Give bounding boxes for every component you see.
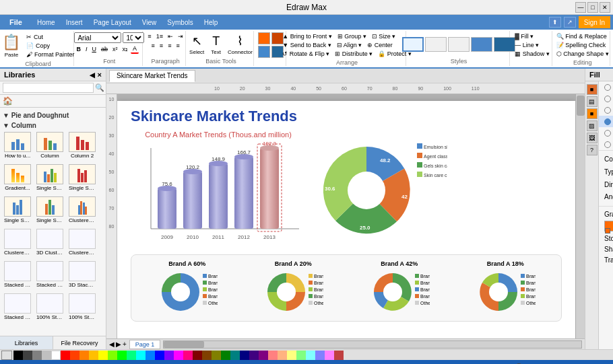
color-peach[interactable] xyxy=(278,351,287,360)
sidebar-item-clustered1[interactable]: Clustered... xyxy=(67,195,97,225)
color-black[interactable] xyxy=(13,351,23,360)
numbering-button[interactable]: 1≡ xyxy=(154,32,165,40)
color-dark-green[interactable] xyxy=(221,351,230,360)
sidebar-close-button[interactable]: × xyxy=(98,71,102,79)
fill-icon-btn-5[interactable]: 🖼 xyxy=(587,133,598,143)
fill-option-single-color[interactable]: Single color gradient fill xyxy=(599,116,613,127)
connector-button[interactable]: ⌇ Connector xyxy=(225,32,255,57)
align-right-button[interactable]: ≡ xyxy=(166,42,173,50)
shadow-button[interactable]: ▦ Shadow ▾ xyxy=(513,50,552,58)
color-light-cyan[interactable] xyxy=(306,351,315,360)
fill-button[interactable]: ▓ Fill ▾ xyxy=(513,32,536,40)
select-button[interactable]: ↖ Select xyxy=(187,32,207,57)
scrollbar-thumb-h[interactable] xyxy=(164,341,204,348)
share-button[interactable]: ⬆ xyxy=(549,17,561,28)
tab-home[interactable]: Home xyxy=(32,19,61,26)
paste-button[interactable]: 📋 Paste xyxy=(0,32,23,59)
color-light-blue[interactable] xyxy=(315,351,325,360)
fill-icon-btn-1[interactable]: ■ xyxy=(587,84,598,95)
sidebar-item-100pct1[interactable]: 100% Sta... xyxy=(35,292,65,322)
gradient-stop-start[interactable] xyxy=(605,228,610,233)
copy-button[interactable]: 📄 Copy xyxy=(24,42,76,50)
scrollbar-vertical[interactable] xyxy=(575,94,585,338)
fill-icon-btn-6[interactable]: ? xyxy=(587,145,598,155)
center-button[interactable]: ⊕ Center xyxy=(365,41,395,49)
sidebar-item-100pct2[interactable]: 100% Sta... xyxy=(67,292,97,322)
group-button[interactable]: ⊞ Group ▾ xyxy=(335,32,368,40)
style2-button[interactable] xyxy=(425,37,447,52)
distribute-button[interactable]: ⊞ Distribute ▾ xyxy=(333,50,375,58)
no-color-swatch[interactable] xyxy=(1,351,12,360)
libraries-tab[interactable]: Libraries xyxy=(0,336,53,349)
fill-option-solid[interactable]: Solid fill xyxy=(599,93,613,104)
color3-swatch[interactable] xyxy=(258,46,270,58)
color-navy[interactable] xyxy=(240,351,249,360)
minimize-button[interactable]: — xyxy=(575,2,586,13)
signin-button[interactable]: Sign In xyxy=(579,16,610,28)
format-painter-button[interactable]: 🖌 Format Painter xyxy=(24,50,76,59)
color-maroon[interactable] xyxy=(193,351,202,360)
rotate-flip-button[interactable]: ↺ Rotate & Flip ▾ xyxy=(280,50,331,58)
color-pink[interactable] xyxy=(268,351,278,360)
bring-to-front-button[interactable]: ▲ Bring to Front ▾ xyxy=(280,32,333,40)
search-icon[interactable]: 🔍 xyxy=(94,83,106,92)
color-light-green[interactable] xyxy=(296,351,306,360)
color-amber[interactable] xyxy=(89,351,98,360)
spelling-check-button[interactable]: 📝 Spelling Check xyxy=(554,41,608,49)
fill-icon-btn-3[interactable]: ■ xyxy=(587,108,598,119)
maximize-button[interactable]: □ xyxy=(587,2,598,13)
sidebar-item-stacked1[interactable]: Stacked C... xyxy=(3,260,32,289)
bullets-button[interactable]: ≡ xyxy=(146,32,153,40)
doc-tab-skincare[interactable]: Skincare Market Trends xyxy=(109,70,195,82)
font-color-button[interactable]: A xyxy=(131,44,139,54)
line-button[interactable]: — Line ▾ xyxy=(513,41,541,49)
color-light-yellow[interactable] xyxy=(287,351,296,360)
sidebar-item-single3[interactable]: Single Ser... xyxy=(3,195,32,225)
close-button[interactable]: ✕ xyxy=(600,2,610,13)
fill-option-picture[interactable]: Picture or texture fill xyxy=(599,139,613,150)
style3-button[interactable] xyxy=(448,37,470,52)
scroll-left-button[interactable]: ◀ xyxy=(109,340,115,348)
color-red-orange[interactable] xyxy=(70,351,79,360)
color-blue[interactable] xyxy=(146,351,155,360)
sidebar-item-how-to[interactable]: How to u... xyxy=(3,131,32,160)
scrollbar-thumb-v[interactable] xyxy=(577,96,585,116)
color-mint[interactable] xyxy=(127,351,136,360)
increase-indent-button[interactable]: ⇥ xyxy=(176,32,185,40)
color-magenta[interactable] xyxy=(174,351,183,360)
font-family-select[interactable]: Arial xyxy=(74,32,121,43)
tab-help[interactable]: Help xyxy=(199,19,224,26)
strikethrough-button[interactable]: ab xyxy=(99,45,110,53)
category-column[interactable]: ▼ Column xyxy=(3,120,103,131)
italic-button[interactable]: I xyxy=(84,45,90,53)
canvas-scroll-area[interactable]: Skincare Market Trends Country A Market … xyxy=(117,94,575,338)
send-to-back-button[interactable]: ▼ Send to Back ▾ xyxy=(280,41,333,49)
color-yellow[interactable] xyxy=(98,351,108,360)
sidebar-item-single4[interactable]: Single Ser... xyxy=(35,195,65,225)
color-olive[interactable] xyxy=(212,351,221,360)
scrollbar-horizontal[interactable] xyxy=(163,340,582,349)
bold-button[interactable]: B xyxy=(74,45,83,53)
share2-button[interactable]: ↗ xyxy=(564,17,576,28)
sidebar-item-stacked2[interactable]: Stacked C... xyxy=(35,260,65,289)
color-teal[interactable] xyxy=(230,351,240,360)
tab-insert[interactable]: Insert xyxy=(61,19,88,26)
color-cyan[interactable] xyxy=(136,351,146,360)
file-recovery-tab[interactable]: File Recovery xyxy=(53,336,106,349)
color-purple[interactable] xyxy=(259,351,268,360)
center-align-button[interactable]: ≡ xyxy=(158,42,165,50)
sidebar-home-icon[interactable]: 🏠 xyxy=(3,96,13,106)
fill-option-pattern[interactable]: Pattern fill xyxy=(599,127,613,139)
sidebar-item-clustered2[interactable]: Clustered... xyxy=(3,227,32,257)
category-pie-doughnut[interactable]: ▼ Pie and Doughnut xyxy=(3,110,103,120)
color1-swatch[interactable] xyxy=(258,32,270,44)
style1-button[interactable] xyxy=(402,37,424,52)
color-brown[interactable] xyxy=(202,351,212,360)
sidebar-nav-back[interactable]: ◀ xyxy=(90,71,95,79)
sidebar-item-gradient[interactable]: Gradient... xyxy=(3,163,32,192)
tab-view[interactable]: View xyxy=(137,19,162,26)
align-button[interactable]: ⊟ Align ▾ xyxy=(335,41,364,49)
file-tab[interactable]: File xyxy=(0,15,32,30)
color-dark-blue[interactable] xyxy=(155,351,164,360)
sidebar-item-column2[interactable]: Column 2 xyxy=(67,131,97,160)
